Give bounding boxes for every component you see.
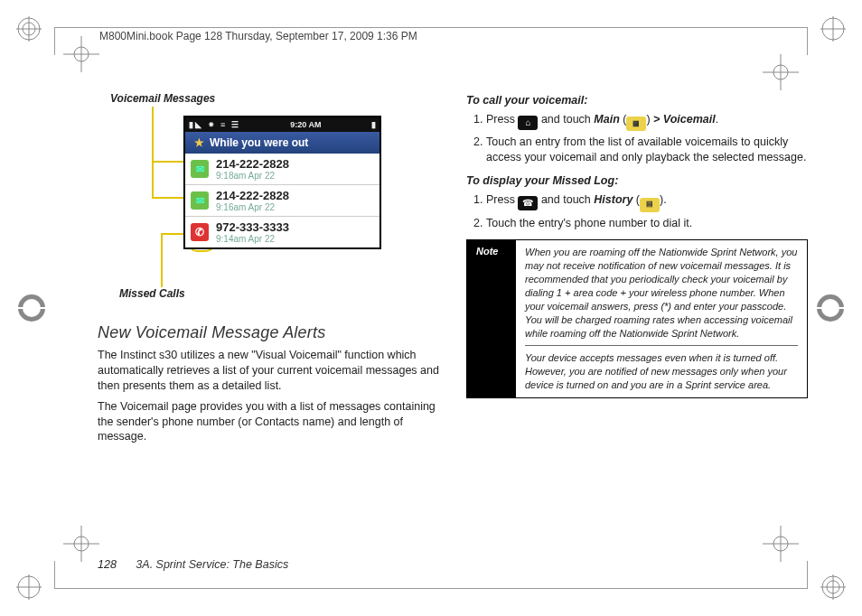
left-column: Voicemail Messages ▮◣ ⁕ ≡ ☰ 9:20 AM ▮ ★ (98, 90, 439, 553)
note-label: Note (467, 240, 516, 397)
crop-mark-icon (16, 574, 42, 600)
note-body: When you are roaming off the Nationwide … (516, 240, 807, 397)
figure-label-voicemail: Voicemail Messages (110, 92, 215, 105)
voicemail-icon (191, 160, 209, 178)
chapter-title: 3A. Sprint Service: The Basics (136, 558, 288, 571)
steps-list: Press ☎ and touch History (▤). Touch the… (466, 192, 808, 230)
crop-mark-icon (820, 574, 846, 600)
list-item: 972-333-33339:14am Apr 22 (185, 216, 379, 247)
banner: ★ While you were out (185, 132, 379, 154)
star-icon: ★ (194, 136, 204, 149)
status-icons: ▮◣ ⁕ ≡ ☰ (189, 120, 240, 129)
main-icon: ▦ (626, 117, 646, 131)
note-divider (525, 345, 798, 346)
subheading: To call your voicemail: (466, 94, 808, 107)
timestamp: 9:18am Apr 22 (216, 171, 289, 181)
registration-mark-icon (815, 293, 846, 323)
page-number: 128 (98, 558, 117, 571)
body-text: The Voicemail page provides you with a l… (98, 399, 439, 445)
voicemail-figure: Voicemail Messages ▮◣ ⁕ ≡ ☰ 9:20 AM ▮ ★ (98, 90, 439, 307)
crop-mark-icon (820, 16, 846, 42)
status-time: 9:20 AM (290, 120, 321, 129)
status-bar: ▮◣ ⁕ ≡ ☰ 9:20 AM ▮ (185, 117, 379, 132)
step-item: Touch the entry's phone number to dial i… (486, 216, 808, 231)
body-text: The Instinct s30 utilizes a new "Visual … (98, 348, 439, 394)
steps-list: Press ⌂ and touch Main (▦) > Voicemail. … (466, 112, 808, 165)
callout-line (152, 107, 154, 197)
phone-screenshot: ▮◣ ⁕ ≡ ☰ 9:20 AM ▮ ★ While you were out … (183, 116, 381, 249)
callout-line (161, 233, 163, 287)
voicemail-icon (191, 191, 209, 210)
crop-mark-icon (16, 16, 42, 42)
right-column: To call your voicemail: Press ⌂ and touc… (466, 90, 808, 553)
phone-number: 214-222-2828 (216, 157, 289, 171)
home-key-icon: ⌂ (518, 116, 538, 130)
history-icon: ▤ (640, 198, 660, 212)
note-box: Note When you are roaming off the Nation… (466, 239, 808, 397)
list-item: 214-222-28289:16am Apr 22 (185, 184, 379, 216)
timestamp: 9:16am Apr 22 (216, 202, 289, 212)
timestamp: 9:14am Apr 22 (216, 234, 289, 244)
figure-label-missed: Missed Calls (119, 287, 185, 300)
banner-text: While you were out (210, 136, 308, 149)
cross-mark-icon (763, 54, 799, 90)
subheading: To display your Missed Log: (466, 174, 808, 187)
list-item: 214-222-28289:18am Apr 22 (185, 154, 379, 184)
missed-call-icon (191, 223, 209, 241)
step-item: Touch an entry from the list of availabl… (486, 135, 808, 165)
section-heading: New Voicemail Message Alerts (98, 323, 439, 342)
phone-number: 214-222-2828 (216, 189, 289, 202)
page-header: M800Mini.book Page 128 Thursday, Septemb… (99, 30, 417, 42)
note-paragraph: Your device accepts messages even when i… (525, 351, 798, 392)
step-item: Press ⌂ and touch Main (▦) > Voicemail. (486, 112, 808, 131)
cross-mark-icon (63, 526, 99, 562)
step-item: Press ☎ and touch History (▤). (486, 192, 808, 211)
page-footer: 128 3A. Sprint Service: The Basics (98, 558, 288, 571)
note-paragraph: When you are roaming off the Nationwide … (525, 246, 798, 340)
phone-key-icon: ☎ (518, 196, 538, 210)
battery-icon: ▮ (371, 120, 376, 129)
registration-mark-icon (16, 293, 47, 323)
phone-number: 972-333-3333 (216, 220, 289, 234)
